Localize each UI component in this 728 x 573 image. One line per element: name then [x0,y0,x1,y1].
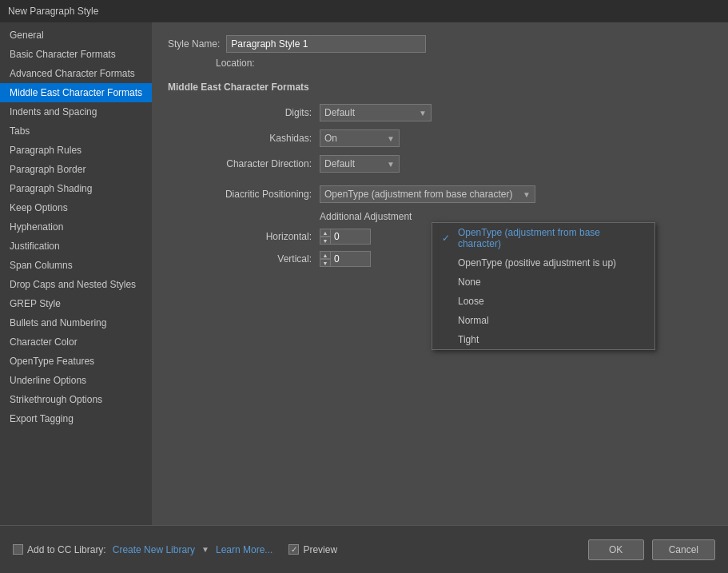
preview-checkbox[interactable] [288,544,299,555]
sidebar-item-bullets-and-numbering[interactable]: Bullets and Numbering [0,313,152,332]
dropdown-item-label: OpenType (adjustment from base character… [458,227,645,249]
digits-label: Digits: [168,107,312,118]
location-row: Location: [216,58,712,69]
kashidas-row: Kashidas: On ▼ [168,129,712,147]
vertical-spinner-buttons: ▲ ▼ [320,251,331,267]
create-new-library-link[interactable]: Create New Library [113,544,195,555]
digits-dropdown[interactable]: Default ▼ [320,104,432,121]
add-to-cc-library-label: Add to CC Library: [27,544,106,555]
digits-value: Default [324,107,355,118]
dropdown-item-opentype-base[interactable]: ✓ OpenType (adjustment from base charact… [432,223,654,253]
dropdown-item-opentype-positive[interactable]: OpenType (positive adjustment is up) [432,253,654,273]
kashidas-value: On [324,133,337,144]
horizontal-label: Horizontal: [168,231,312,242]
sidebar-item-basic-character-formats[interactable]: Basic Character Formats [0,45,152,64]
preview-label: Preview [303,544,337,555]
diacritic-label: Diacritic Positioning: [168,189,312,200]
char-direction-value: Default [324,158,355,169]
dropdown-item-label: Tight [458,334,479,345]
dropdown-item-none[interactable]: None [432,273,654,292]
char-direction-label: Character Direction: [168,158,312,169]
dropdown-item-loose[interactable]: Loose [432,292,654,311]
sidebar-item-grep-style[interactable]: GREP Style [0,294,152,313]
location-label: Location: [216,58,255,69]
digits-dropdown-arrow-icon: ▼ [415,109,427,117]
vertical-label: Vertical: [168,253,312,265]
sidebar-item-general[interactable]: General [0,26,152,45]
kashidas-dropdown-arrow-icon: ▼ [383,134,395,143]
ok-button[interactable]: OK [588,539,644,560]
dropdown-item-normal[interactable]: Normal [432,311,654,330]
horizontal-decrement-button[interactable]: ▼ [320,237,331,245]
diacritic-row: Diacritic Positioning: OpenType (adjustm… [168,185,712,203]
char-direction-row: Character Direction: Default ▼ [168,155,712,173]
main-content: Style Name: Location: Middle East Charac… [152,22,728,525]
sidebar-item-middle-east-character-formats[interactable]: Middle East Character Formats [0,83,152,102]
kashidas-dropdown[interactable]: On ▼ [320,129,400,147]
sidebar-item-paragraph-border[interactable]: Paragraph Border [0,160,152,179]
sidebar-item-underline-options[interactable]: Underline Options [0,371,152,390]
diacritic-dropdown-arrow-icon: ▼ [519,190,531,199]
learn-more-link[interactable]: Learn More... [216,544,273,555]
vertical-spinner: ▲ ▼ [320,251,371,267]
dropdown-item-label: None [458,277,481,288]
sidebar-item-keep-options[interactable]: Keep Options [0,198,152,217]
digits-row: Digits: Default ▼ [168,104,712,121]
sidebar-item-character-color[interactable]: Character Color [0,332,152,352]
style-name-row: Style Name: [168,35,712,53]
add-to-cc-library-checkbox[interactable] [13,544,23,555]
dropdown-item-label: Normal [458,315,489,326]
sidebar-item-strikethrough-options[interactable]: Strikethrough Options [0,390,152,409]
kashidas-label: Kashidas: [168,133,312,144]
additional-adjustment-label: Additional Adjustment [320,211,712,222]
sidebar-item-opentype-features[interactable]: OpenType Features [0,352,152,371]
sidebar-item-justification[interactable]: Justification [0,237,152,256]
dropdown-item-tight[interactable]: Tight [432,330,654,349]
preview-wrap: Preview [288,544,337,555]
check-mark-icon: ✓ [442,233,455,244]
sidebar-item-paragraph-shading[interactable]: Paragraph Shading [0,179,152,198]
dropdown-item-label: Loose [458,296,484,307]
footer-right: OK Cancel [588,539,715,560]
vertical-decrement-button[interactable]: ▼ [320,259,331,267]
sidebar-item-export-tagging[interactable]: Export Tagging [0,409,152,428]
horizontal-input[interactable] [331,229,371,245]
sidebar-item-tabs[interactable]: Tabs [0,121,152,141]
sidebar-item-hyphenation[interactable]: Hyphenation [0,217,152,237]
dialog-body: General Basic Character Formats Advanced… [0,22,728,525]
footer-left: Add to CC Library: Create New Library ▼ … [13,544,337,555]
sidebar-item-indents-and-spacing[interactable]: Indents and Spacing [0,102,152,121]
char-direction-dropdown[interactable]: Default ▼ [320,155,400,173]
style-name-label: Style Name: [168,38,220,50]
diacritic-dropdown-popup: ✓ OpenType (adjustment from base charact… [432,222,655,350]
diacritic-value: OpenType (adjustment from base character… [324,189,512,200]
horizontal-increment-button[interactable]: ▲ [320,229,331,237]
dropdown-item-label: OpenType (positive adjustment is up) [458,257,616,269]
vertical-increment-button[interactable]: ▲ [320,251,331,259]
style-name-input[interactable] [226,35,426,53]
char-direction-dropdown-arrow-icon: ▼ [383,160,395,169]
sidebar-item-drop-caps-nested-styles[interactable]: Drop Caps and Nested Styles [0,275,152,294]
footer: Add to CC Library: Create New Library ▼ … [0,525,728,573]
library-dropdown-arrow-icon[interactable]: ▼ [201,545,209,554]
sidebar: General Basic Character Formats Advanced… [0,22,152,525]
horizontal-spinner-buttons: ▲ ▼ [320,229,331,245]
title-bar: New Paragraph Style [0,0,728,22]
section-title: Middle East Character Formats [168,82,712,93]
cancel-button[interactable]: Cancel [652,539,715,560]
sidebar-item-span-columns[interactable]: Span Columns [0,256,152,275]
horizontal-spinner: ▲ ▼ [320,229,371,245]
add-to-cc-library-wrap: Add to CC Library: [13,544,106,555]
dialog-title: New Paragraph Style [8,6,98,17]
vertical-input[interactable] [331,251,371,267]
dialog: New Paragraph Style General Basic Charac… [0,0,728,573]
diacritic-dropdown[interactable]: OpenType (adjustment from base character… [320,185,535,203]
sidebar-item-advanced-character-formats[interactable]: Advanced Character Formats [0,64,152,83]
sidebar-item-paragraph-rules[interactable]: Paragraph Rules [0,141,152,160]
